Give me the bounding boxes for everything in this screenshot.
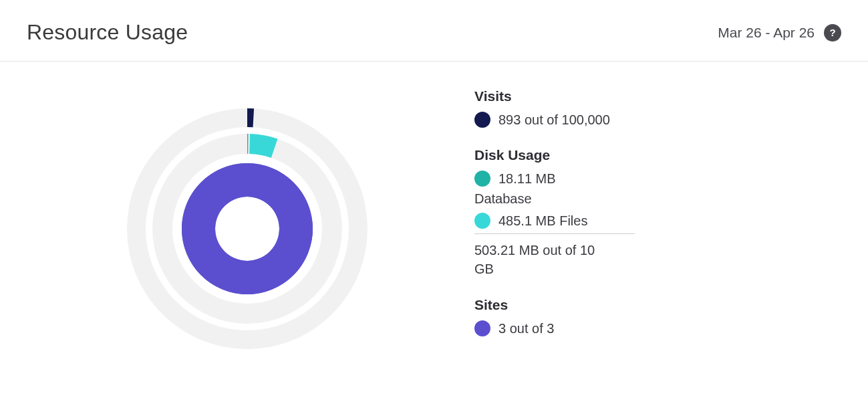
disk-total-line2: GB [474,262,494,276]
swatch-disk-db-icon [474,171,490,187]
legend-row-sites: 3 out of 3 [474,320,841,337]
legend: Visits 893 out of 100,000 Disk Usage 18.… [468,88,841,363]
metric-title-sites: Sites [474,297,841,313]
metric-sites: Sites 3 out of 3 [474,297,841,337]
sites-value: 3 out of 3 [498,320,554,337]
legend-row-disk-db: 18.11 MB [474,170,841,187]
chart-container [27,88,468,363]
header-right: Mar 26 - Apr 26 ? [718,24,841,41]
legend-row-visits: 893 out of 100,000 [474,111,841,128]
legend-row-disk-files: 485.1 MB Files [474,212,841,229]
metric-visits: Visits 893 out of 100,000 [474,88,841,128]
disk-total-line1: 503.21 MB out of 10 [474,243,595,258]
visits-value: 893 out of 100,000 [498,111,610,128]
help-icon[interactable]: ? [824,24,841,41]
disk-files-value: 485.1 MB Files [498,212,587,229]
swatch-disk-files-icon [474,213,490,229]
page-title: Resource Usage [27,20,188,45]
date-range[interactable]: Mar 26 - Apr 26 [718,25,815,41]
disk-db-value: 18.11 MB [498,170,556,187]
header: Resource Usage Mar 26 - Apr 26 ? [0,0,868,62]
usage-donut-chart [114,95,381,363]
disk-db-sub: Database [474,191,841,207]
content: Visits 893 out of 100,000 Disk Usage 18.… [0,62,868,363]
metric-title-visits: Visits [474,88,841,104]
swatch-sites-icon [474,320,490,336]
metric-disk: Disk Usage 18.11 MB Database 485.1 MB Fi… [474,147,841,278]
metric-title-disk: Disk Usage [474,147,841,163]
swatch-visits-icon [474,112,490,128]
disk-total: 503.21 MB out of 10 GB [474,233,635,278]
